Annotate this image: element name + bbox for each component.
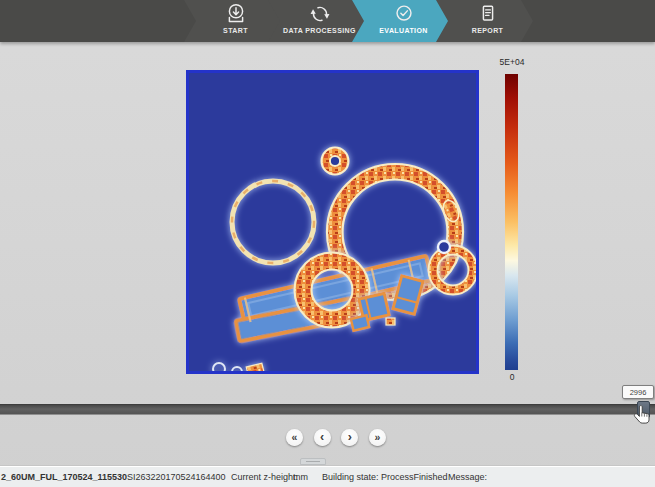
layer-slider-tooltip: 2996 [622,385,654,399]
tab-evaluation[interactable]: EVALUATION [352,0,449,42]
document-icon [477,3,499,25]
tab-evaluation-label: EVALUATION [379,27,427,34]
tab-report-label: REPORT [472,27,504,34]
colorbar-gradient [505,74,518,370]
status-building-state: Building state: ProcessFinished [322,472,448,482]
last-layer-button[interactable]: » [369,429,386,446]
application-window: START DATA PROCESSING EVALUATION [0,0,655,487]
status-z-height-unit: mm [293,472,308,482]
last-layer-glyph: » [375,431,381,443]
tab-report[interactable]: REPORT [436,0,533,42]
check-circle-icon [393,3,415,25]
status-session-id: SI263220170524164400 [127,472,226,482]
tab-start-label: START [223,27,248,34]
workflow-header: START DATA PROCESSING EVALUATION [0,0,655,42]
colorbar-min-label: 0 [488,372,536,382]
first-layer-button[interactable]: « [286,429,303,446]
layer-heatmap-viewer [186,70,479,374]
cursor-hand-icon [632,404,653,427]
status-z-height-label: Current z-height: [231,472,298,482]
next-layer-glyph: › [348,430,352,444]
previous-layer-button[interactable]: ‹ [314,429,331,446]
tab-data-processing-label: DATA PROCESSING [283,27,356,34]
status-message-label: Message: [448,472,487,482]
sync-icon [309,3,331,25]
status-job-id: 2_60UM_FUL_170524_115530 [1,472,127,482]
colorbar-max-label: 5E+04 [488,57,536,67]
layer-pager: « ‹ › » [286,429,386,447]
layer-slider-track[interactable] [0,404,655,415]
status-bar: 2_60UM_FUL_170524_115530 SI2632201705241… [0,465,655,487]
next-layer-button[interactable]: › [341,429,358,446]
layer-heatmap-image [189,73,476,371]
colorbar-wrap: 5E+04 0 [488,57,536,389]
tab-start[interactable]: START [184,0,281,42]
previous-layer-glyph: ‹ [320,430,324,444]
first-layer-glyph: « [292,431,298,443]
statusbar-splitter-grip[interactable] [300,458,326,465]
download-icon [225,3,247,25]
tab-data-processing[interactable]: DATA PROCESSING [268,0,365,42]
